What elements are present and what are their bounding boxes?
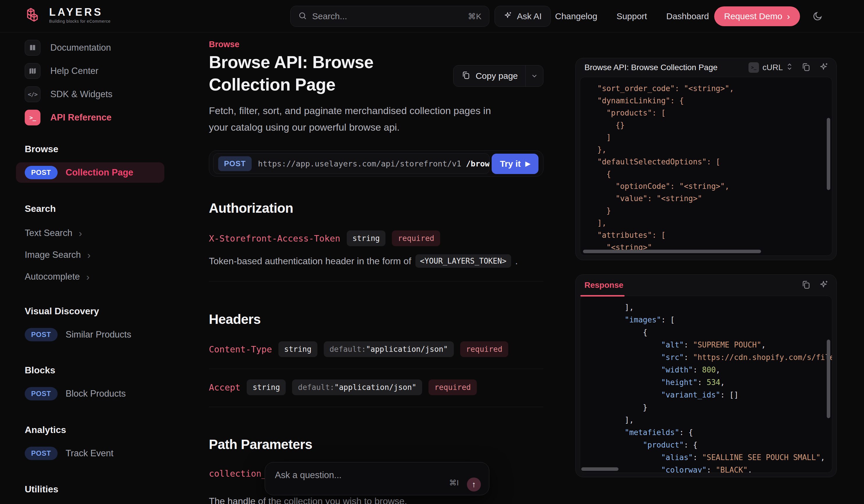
method-badge: POST [25,166,58,179]
sidebar-link-image-search[interactable]: Image Search› [25,244,192,266]
sidebar-link-autocomplete[interactable]: Autocomplete› [25,266,192,288]
terminal-icon: >_ [748,62,759,73]
sidebar-endpoint-similar-products[interactable]: POSTSimilar Products [0,324,192,345]
sidebar-section-blocks: BlocksPOSTBlock Products [0,364,192,404]
response-panel-header: Response [576,275,836,296]
terminal-icon: >_ [25,110,40,125]
sidebar-item-api-reference[interactable]: >_API Reference [25,109,111,126]
sparkle-icon[interactable] [819,280,829,291]
sidebar-section-title: Analytics [25,424,192,436]
endpoint-url[interactable]: POST https://app.uselayers.com/api/store… [213,153,490,174]
page-title: Browse API: BrowseCollection Page [209,51,373,96]
headers-heading: Headers [209,311,261,327]
sidebar-endpoint-collection-page[interactable]: POSTCollection Page [16,163,164,183]
try-it-label: Try it [500,159,521,169]
chevron-down-icon[interactable] [526,65,543,86]
sidebar-item-label: SDK & Widgets [50,89,112,99]
top-nav: LAYERS Building blocks for eCommerce Sea… [0,0,864,33]
chevron-updown-icon [786,62,793,73]
request-demo-button[interactable]: Request Demo › [714,7,800,26]
response-example-panel: Response ], "images": [ { "alt": "SUPREM… [575,274,837,477]
sidebar-section-search: SearchText Search›Image Search›Autocompl… [0,203,192,288]
type-badge: string [347,230,386,246]
endpoint-path: /brow [466,159,490,168]
param-name: Content-Type [209,344,272,355]
sidebar-item-sdk-widgets[interactable]: </>SDK & Widgets [25,86,112,103]
ask-question-placeholder: Ask a question... [275,470,341,480]
brand-name: LAYERS [49,7,110,18]
brand-tagline: Building blocks for eCommerce [49,19,110,24]
divider [209,281,543,281]
search-input[interactable]: Search... ⌘K [290,6,489,27]
header-param-row: Acceptstringdefault:"application/json"re… [209,380,477,395]
sidebar-item-documentation[interactable]: Documentation [25,39,111,56]
active-tab-indicator [580,295,625,297]
try-it-button[interactable]: Try it ▶ [492,154,539,174]
copy-page-button[interactable]: Copy page [453,65,543,87]
nav-link-dashboard[interactable]: Dashboard [666,11,709,21]
method-badge: POST [25,447,58,460]
chevron-right-icon: › [79,229,82,238]
response-code-block: ], "images": [ { "alt": "SUPREME POUCH",… [580,296,832,473]
layers-logo-icon [25,7,43,26]
language-select[interactable]: >_ cURL [748,62,793,73]
request-example-panel: Browse API: Browse Collection Page >_ cU… [575,58,837,260]
breadcrumb[interactable]: Browse [209,39,239,49]
brand[interactable]: LAYERS Building blocks for eCommerce [25,7,110,26]
authorization-heading: Authorization [209,200,293,216]
sidebar-section-visual-discovery: Visual DiscoveryPOSTSimilar Products [0,305,192,345]
copy-icon[interactable] [801,62,811,73]
nav-links: ChangelogSupportDashboard [555,0,709,33]
horizontal-scrollbar[interactable] [583,250,761,253]
endpoint-base-url: https://app.uselayers.com/api/storefront… [258,159,461,168]
sidebar-section-title: Utilities [25,483,192,495]
sidebar-endpoint-block-products[interactable]: POSTBlock Products [0,384,192,404]
sidebar-section-title: Visual Discovery [25,305,192,317]
sidebar-section-title: Browse [25,143,192,155]
sidebar-item-label: Similar Products [66,329,132,340]
sidebar-item-label: Track Event [66,448,113,459]
param-name: X-Storefront-Access-Token [209,233,340,243]
sidebar-item-label: Collection Page [66,167,133,178]
sidebar-section-title: Search [25,203,192,215]
vertical-scrollbar[interactable] [827,118,830,190]
map-icon [25,63,40,79]
sparkle-icon[interactable] [819,62,829,73]
horizontal-scrollbar[interactable] [581,467,619,471]
response-tab[interactable]: Response [585,280,623,290]
path-parameters-heading: Path Parameters [209,436,312,452]
chevron-right-icon: › [87,251,91,259]
search-shortcut: ⌘K [468,12,481,21]
search-placeholder: Search... [312,11,463,21]
nav-link-changelog[interactable]: Changelog [555,11,597,21]
nav-link-support[interactable]: Support [616,11,647,21]
search-icon [298,11,307,21]
sidebar-section-browse: BrowsePOSTCollection Page [0,143,192,183]
auth-description: Token-based authentication header in the… [209,254,518,268]
request-panel-header: Browse API: Browse Collection Page >_ cU… [576,58,836,77]
sidebar-item-help-center[interactable]: Help Center [25,63,98,79]
sidebar-section-title: Blocks [25,364,192,376]
main-content: Browse Browse API: BrowseCollection Page… [209,33,544,504]
ask-question-shortcut: ⌘I [449,478,459,488]
ask-question-bar[interactable]: Ask a question... ⌘I ↑ [265,462,489,495]
required-badge: required [460,341,508,357]
ask-ai-button[interactable]: Ask AI [494,6,551,27]
dark-mode-toggle[interactable] [812,11,823,23]
param-name: Accept [209,382,240,393]
path-param-description: The handle of the collection you wish to… [209,496,407,504]
sidebar-endpoint-track-event[interactable]: POSTTrack Event [0,443,192,464]
request-demo-label: Request Demo [724,11,782,21]
play-icon: ▶ [525,160,530,168]
copy-icon[interactable] [801,280,811,291]
send-button[interactable]: ↑ [467,478,481,492]
default-badge: default:"application/json" [324,341,454,357]
book-icon [25,40,40,56]
method-badge: POST [25,328,58,341]
sidebar-link-text-search[interactable]: Text Search› [25,222,192,244]
code-icon: </> [25,86,40,102]
vertical-scrollbar[interactable] [827,339,830,418]
method-badge: POST [218,156,252,171]
sidebar-item-label: API Reference [50,112,111,123]
type-badge: string [278,341,317,357]
